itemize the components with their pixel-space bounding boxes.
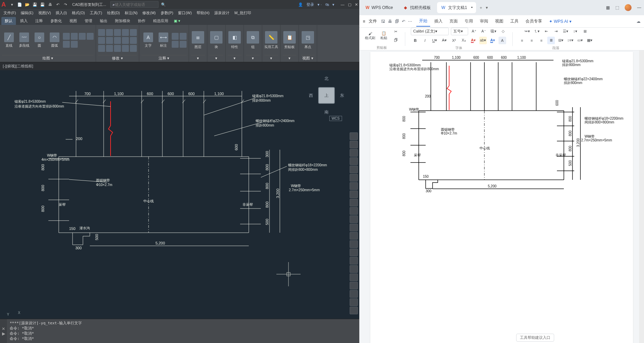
menu-edit[interactable]: 编辑(E) xyxy=(21,10,34,16)
panel-modify-title[interactable]: 修改 ▾ xyxy=(98,55,137,61)
tab-addins[interactable]: 附加模块 xyxy=(112,17,134,25)
undo-icon[interactable]: ↶ xyxy=(55,2,60,7)
wps-m-start[interactable]: 开始 xyxy=(416,16,430,27)
menu-window[interactable]: 窗口(W) xyxy=(178,10,192,16)
superscript-icon[interactable]: X² xyxy=(450,37,458,44)
table-button[interactable] xyxy=(180,33,187,40)
draw-grid-2[interactable] xyxy=(71,33,78,40)
italic-icon[interactable]: I xyxy=(421,37,429,44)
wps-preview-icon[interactable]: 🗐 xyxy=(395,19,399,24)
mirror-button[interactable] xyxy=(106,37,113,44)
char-shading-icon[interactable]: A xyxy=(499,37,506,44)
login-link[interactable]: 登录 xyxy=(306,2,314,7)
dimension-button[interactable]: ⟷标注 xyxy=(157,33,170,48)
align-justify-icon[interactable]: ≣ xyxy=(547,37,555,44)
copy-icon[interactable]: 🗍 xyxy=(392,36,399,44)
nav-t18[interactable] xyxy=(350,274,358,281)
stretch-button[interactable] xyxy=(98,45,105,52)
wps-undo-icon[interactable]: ↶ xyxy=(402,19,405,24)
wps-cloud-icon[interactable]: ☁ xyxy=(636,19,641,24)
nav-t7[interactable] xyxy=(350,182,358,190)
explode-button[interactable] xyxy=(130,37,137,44)
trim-button[interactable] xyxy=(114,29,121,36)
wps-template-tab[interactable]: ◆找稻壳模板 xyxy=(399,2,434,13)
copy-button[interactable] xyxy=(98,37,105,44)
tab-featured[interactable]: 精选应用 xyxy=(150,17,172,25)
wps-more-icon[interactable]: ⋯ xyxy=(408,19,412,24)
block-button[interactable]: ▢块 xyxy=(209,31,223,49)
wps-ai-link[interactable]: ✦WPS AI▾ xyxy=(549,19,571,24)
nav-t11[interactable] xyxy=(350,215,358,223)
wps-print-icon[interactable]: 🖶 xyxy=(388,19,392,24)
viewport-label[interactable]: [-][俯视][二维线框] xyxy=(0,62,359,70)
paste-button[interactable]: 📋粘贴 xyxy=(378,29,390,43)
drawing-canvas[interactable]: 700 1,100 600 600 600 1,100 200 锚索φ21.8×… xyxy=(0,70,359,319)
clear-format-icon[interactable]: ◇ xyxy=(499,28,507,35)
close-icon[interactable]: ✕ xyxy=(355,2,358,7)
layer-button[interactable]: ≣图层 xyxy=(191,31,205,49)
group-button[interactable]: ⧉组 xyxy=(246,31,260,49)
polyline-button[interactable]: 〰多段线 xyxy=(17,33,31,48)
menu-batchprint[interactable]: M_批打印 xyxy=(234,10,251,16)
vc-north[interactable]: 北 xyxy=(324,76,329,82)
nav-t8[interactable] xyxy=(350,191,358,198)
chamfer-button[interactable] xyxy=(122,37,129,44)
panel-block-title[interactable]: ▾ xyxy=(209,55,223,61)
cmd-output[interactable]: ****[源泉设计]-yq_text-输入单行文字 命令: *取消* 命令: *… xyxy=(7,319,359,343)
menu-view[interactable]: 视图(V) xyxy=(38,10,51,16)
vc-south[interactable]: 南 xyxy=(324,109,329,115)
menu-tools[interactable]: 工具(T) xyxy=(90,10,102,16)
wps-home-tab[interactable]: WWPS Office xyxy=(362,2,396,13)
draw-grid-4[interactable] xyxy=(87,33,94,40)
mtext-button[interactable] xyxy=(172,41,179,48)
tab-manage[interactable]: 管理 xyxy=(81,17,96,25)
tab-collab[interactable]: 协作 xyxy=(134,17,149,25)
wps-grid-icon[interactable]: ▦ xyxy=(606,5,610,10)
wps-doc-tab[interactable]: W文字文稿1• xyxy=(437,2,476,13)
cart-icon[interactable]: 🛍 xyxy=(325,2,329,7)
align-left-icon[interactable]: ≡ xyxy=(518,37,526,44)
underline-icon[interactable]: U▾ xyxy=(431,37,438,44)
wps-m-member[interactable]: 会员专享 xyxy=(523,16,545,26)
nav-t16[interactable] xyxy=(350,257,358,265)
wps-m-page[interactable]: 页面 xyxy=(447,16,461,26)
wps-m-tools[interactable]: 工具 xyxy=(508,16,521,26)
move-button[interactable] xyxy=(98,29,105,36)
strike-icon[interactable]: A̶▾ xyxy=(441,37,448,44)
join-button[interactable] xyxy=(130,45,137,52)
erase-button[interactable] xyxy=(130,29,137,36)
array-button[interactable] xyxy=(114,45,121,52)
help-dd-icon[interactable]: ▾ xyxy=(332,2,334,7)
tab-annotate[interactable]: 注释 xyxy=(32,17,46,25)
properties-button[interactable]: ◧特性 xyxy=(228,31,242,49)
menu-dim[interactable]: 标注(N) xyxy=(125,10,138,16)
tab-view[interactable]: 视图 xyxy=(66,17,80,25)
nav-t15[interactable] xyxy=(350,249,358,256)
vc-west[interactable]: 西 xyxy=(309,93,313,99)
wps-file[interactable]: 文件 xyxy=(369,18,377,24)
sort-icon[interactable]: ☰▾ xyxy=(562,28,569,35)
menu-draw[interactable]: 绘图(D) xyxy=(107,10,120,16)
nav-t21[interactable] xyxy=(350,298,358,306)
nav-t9[interactable] xyxy=(350,199,358,206)
menu-format[interactable]: 格式(O) xyxy=(72,10,85,16)
panel-draw-title[interactable]: 绘图 ▾ xyxy=(2,55,94,61)
panel-group-title[interactable]: ▾ xyxy=(246,55,260,61)
tab-parametric[interactable]: 参数化 xyxy=(47,17,65,25)
wps-m-review[interactable]: 审阅 xyxy=(477,16,491,26)
panel-clip-title[interactable]: ▾ xyxy=(283,55,296,61)
nav-pan[interactable] xyxy=(350,141,358,148)
minimize-icon[interactable]: — xyxy=(341,2,344,7)
wps-scrollbar[interactable] xyxy=(639,50,644,343)
wps-m-view[interactable]: 视图 xyxy=(492,16,506,26)
subscript-icon[interactable]: X₂ xyxy=(460,37,467,44)
size-select[interactable]: 五号 ▾ xyxy=(451,28,468,35)
draw-grid-3[interactable] xyxy=(79,33,86,40)
nav-t19[interactable] xyxy=(350,282,358,289)
search-box[interactable]: ▸ xyxy=(110,1,159,8)
annot-more[interactable] xyxy=(180,41,187,48)
nav-t12[interactable] xyxy=(350,224,358,231)
menu-arrow-icon[interactable]: ▾ xyxy=(9,2,15,7)
font-select[interactable]: Calibri (正文) ▾ xyxy=(411,28,449,35)
clipboard-button[interactable]: 📋剪贴板 xyxy=(283,31,296,49)
